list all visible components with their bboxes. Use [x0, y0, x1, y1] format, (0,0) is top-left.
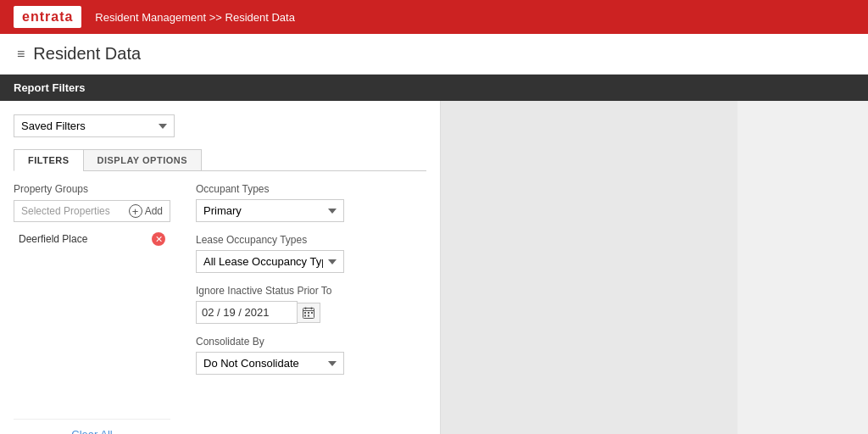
- lease-occupancy-types-select[interactable]: All Lease Occupancy Types Current Future…: [196, 250, 344, 273]
- left-col-bottom: Clear All: [14, 419, 170, 434]
- report-filters-header: Report Filters: [0, 75, 868, 101]
- consolidate-by-group: Consolidate By Do Not Consolidate Proper…: [196, 336, 426, 375]
- menu-icon[interactable]: ≡: [17, 47, 25, 62]
- property-item: Deerfield Place ✕: [14, 229, 170, 249]
- remove-property-button[interactable]: ✕: [152, 232, 165, 246]
- right-panel: [441, 101, 737, 434]
- property-groups-label: Property Groups: [14, 183, 170, 195]
- left-column: Property Groups Selected Properties + Ad…: [14, 183, 170, 434]
- ignore-inactive-status-group: Ignore Inactive Status Prior To: [196, 285, 426, 324]
- saved-filters-row: Saved Filters: [14, 114, 426, 137]
- top-nav: entrata Resident Management >> Resident …: [0, 0, 868, 34]
- clear-all-button[interactable]: Clear All: [71, 428, 112, 434]
- date-row: [196, 301, 426, 324]
- add-circle-icon: +: [129, 204, 142, 218]
- lease-occupancy-types-label: Lease Occupancy Types: [196, 234, 426, 246]
- tab-filters[interactable]: FILTERS: [14, 149, 83, 171]
- filters-panel: Saved Filters FILTERS DISPLAY OPTIONS Pr…: [0, 101, 441, 434]
- tabs-row: FILTERS DISPLAY OPTIONS: [14, 149, 426, 171]
- add-label: Add: [145, 205, 163, 217]
- page-title: Resident Data: [33, 44, 141, 64]
- svg-rect-7: [304, 314, 306, 316]
- svg-rect-8: [308, 314, 309, 316]
- selected-properties-text: Selected Properties: [21, 205, 124, 217]
- breadcrumb: Resident Management >> Resident Data: [95, 11, 295, 24]
- page-header: ≡ Resident Data: [0, 34, 868, 75]
- tab-display-options[interactable]: DISPLAY OPTIONS: [83, 149, 203, 170]
- consolidate-by-select[interactable]: Do Not Consolidate Property Property Gro…: [196, 352, 344, 375]
- svg-rect-6: [311, 312, 313, 314]
- svg-rect-4: [304, 312, 306, 314]
- lease-occupancy-types-group: Lease Occupancy Types All Lease Occupanc…: [196, 234, 426, 273]
- main-content: Saved Filters FILTERS DISPLAY OPTIONS Pr…: [0, 101, 737, 434]
- right-column: Occupant Types Primary Secondary All Lea…: [196, 183, 426, 434]
- date-input[interactable]: [196, 301, 298, 324]
- add-property-button[interactable]: + Add: [129, 204, 163, 218]
- ignore-inactive-status-label: Ignore Inactive Status Prior To: [196, 285, 426, 297]
- consolidate-by-label: Consolidate By: [196, 336, 426, 348]
- logo: entrata: [14, 6, 81, 28]
- property-name: Deerfield Place: [19, 233, 87, 245]
- calendar-button[interactable]: [298, 303, 320, 323]
- occupant-types-group: Occupant Types Primary Secondary All: [196, 183, 426, 222]
- selected-properties-row: Selected Properties + Add: [14, 200, 170, 222]
- report-filters-label: Report Filters: [14, 81, 86, 94]
- occupant-types-label: Occupant Types: [196, 183, 426, 195]
- calendar-icon: [303, 307, 314, 319]
- svg-rect-5: [308, 312, 309, 314]
- saved-filters-select[interactable]: Saved Filters: [14, 114, 175, 137]
- filters-body: Property Groups Selected Properties + Ad…: [14, 183, 426, 434]
- occupant-types-select[interactable]: Primary Secondary All: [196, 199, 344, 222]
